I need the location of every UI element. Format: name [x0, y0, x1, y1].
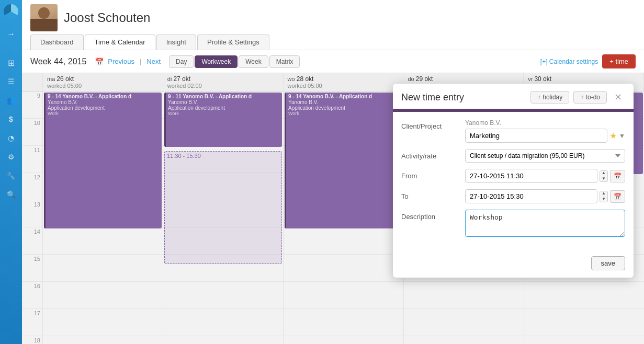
to-row: To ▲ ▼ 📅 — [401, 189, 625, 203]
client-project-row: Client/Project Yanomo B.V. ★ ▼ — [401, 119, 625, 143]
tab-time-calendar[interactable]: Time & Calendar — [85, 35, 155, 50]
user-name: Joost Schouten — [64, 10, 150, 25]
calendar: ma 26 okt worked 05:00 di 27 okt worked … — [22, 73, 644, 344]
modal-header: New time entry + holiday + to-do ✕ — [393, 84, 634, 110]
client-name: Yanomo B.V. — [465, 119, 625, 127]
to-label: To — [401, 189, 459, 200]
project-input[interactable] — [465, 129, 607, 143]
user-info: Joost Schouten — [30, 4, 636, 31]
view-workweek[interactable]: Workweek — [195, 55, 238, 68]
view-day[interactable]: Day — [169, 55, 194, 68]
to-stepper-up[interactable]: ▲ — [600, 191, 607, 197]
to-control: ▲ ▼ 📅 — [465, 189, 625, 203]
to-stepper: ▲ ▼ — [600, 191, 608, 202]
client-project-label: Client/Project — [401, 119, 459, 130]
tab-dashboard[interactable]: Dashboard — [30, 35, 84, 50]
new-time-entry-modal: New time entry + holiday + to-do ✕ Clien… — [393, 84, 634, 278]
to-stepper-down[interactable]: ▼ — [600, 197, 607, 202]
sidebar: → ⊞ ☰ 👥 $ ◔ ⚙ 🔧 🔍 — [0, 0, 22, 344]
tab-insight[interactable]: Insight — [156, 35, 196, 50]
from-input[interactable] — [465, 169, 597, 183]
from-control: ▲ ▼ 📅 — [465, 169, 625, 183]
modal-title: New time entry — [401, 92, 526, 103]
main-content: Joost Schouten Dashboard Time & Calendar… — [22, 0, 644, 344]
from-calendar-button[interactable]: 📅 — [610, 170, 625, 182]
save-button[interactable]: save — [591, 256, 625, 270]
activity-label: Activity/rate — [401, 149, 459, 160]
settings-icon[interactable]: ⚙ — [3, 148, 19, 165]
prev-button[interactable]: Previous — [108, 58, 134, 65]
avatar — [30, 4, 58, 31]
week-label: Week 44, 2015 — [30, 57, 86, 66]
next-button[interactable]: Next — [146, 58, 161, 65]
activity-rate-row: Activity/rate Client setup / data migrat… — [401, 149, 625, 163]
activity-control: Client setup / data migration (95,00 EUR… — [465, 149, 625, 163]
people-icon[interactable]: 👥 — [3, 92, 19, 109]
description-row: Description Workshop — [401, 210, 625, 238]
modal-overlay: New time entry + holiday + to-do ✕ Clien… — [22, 73, 644, 344]
from-row: From ▲ ▼ 📅 — [401, 169, 625, 183]
grid-icon[interactable]: ⊞ — [3, 54, 19, 71]
favorite-star-icon[interactable]: ★ — [609, 131, 617, 141]
from-stepper-up[interactable]: ▲ — [600, 171, 607, 176]
list-icon[interactable]: ☰ — [3, 73, 19, 90]
activity-select[interactable]: Client setup / data migration (95,00 EUR… — [465, 149, 625, 163]
app-logo[interactable] — [4, 4, 18, 19]
view-buttons: Day Workweek Week Matrix — [169, 55, 300, 68]
calendar-icon[interactable]: 📅 — [95, 58, 104, 66]
to-calendar-button[interactable]: 📅 — [610, 190, 625, 203]
from-stepper-down[interactable]: ▼ — [600, 176, 607, 181]
money-icon[interactable]: $ — [3, 111, 19, 128]
logout-icon[interactable]: → — [3, 25, 19, 42]
add-time-button[interactable]: + time — [602, 54, 636, 68]
modal-footer: save — [393, 252, 634, 278]
description-textarea[interactable]: Workshop — [465, 210, 625, 237]
view-matrix[interactable]: Matrix — [269, 55, 300, 68]
page-header: Joost Schouten Dashboard Time & Calendar… — [22, 0, 644, 50]
modal-close-button[interactable]: ✕ — [611, 91, 625, 103]
view-week[interactable]: Week — [239, 55, 268, 68]
todo-button[interactable]: + to-do — [573, 91, 607, 104]
chart-icon[interactable]: ◔ — [3, 130, 19, 146]
tab-profile-settings[interactable]: Profile & Settings — [197, 35, 269, 50]
description-label: Description — [401, 210, 459, 221]
search-icon[interactable]: 🔍 — [3, 186, 19, 203]
from-stepper: ▲ ▼ — [600, 170, 608, 182]
to-input[interactable] — [465, 189, 597, 203]
from-label: From — [401, 169, 459, 180]
holiday-button[interactable]: + holiday — [530, 91, 569, 104]
nav-tabs: Dashboard Time & Calendar Insight Profil… — [30, 35, 636, 50]
description-control: Workshop — [465, 210, 625, 238]
client-project-control: Yanomo B.V. ★ ▼ — [465, 119, 625, 143]
dropdown-icon[interactable]: ▼ — [619, 132, 625, 140]
tools-icon[interactable]: 🔧 — [3, 167, 19, 184]
modal-body: Client/Project Yanomo B.V. ★ ▼ Activ — [393, 112, 634, 252]
calendar-toolbar: Week 44, 2015 📅 Previous | Next Day Work… — [22, 50, 644, 73]
calendar-settings[interactable]: [+] Calendar settings — [540, 58, 598, 65]
